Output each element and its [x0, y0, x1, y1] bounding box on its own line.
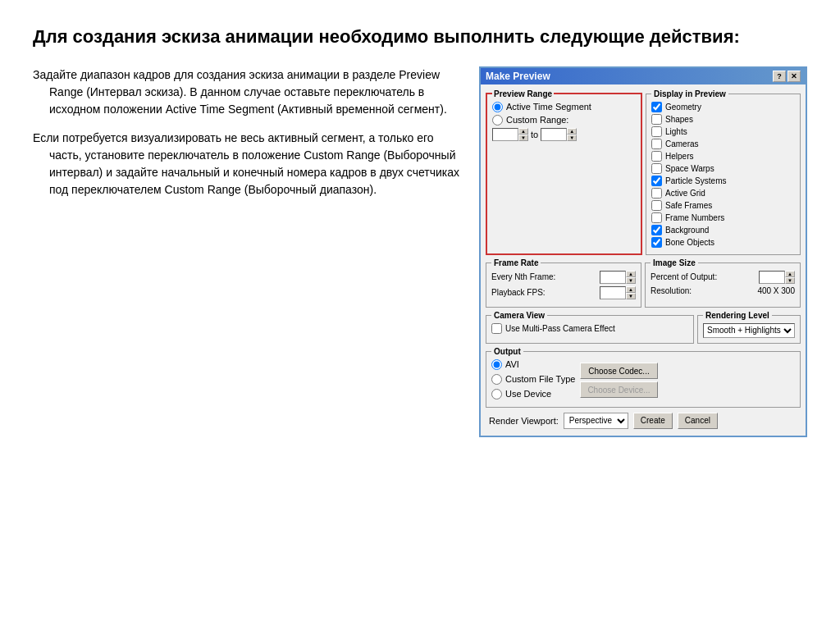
make-preview-dialog: Make Preview ? ✕ Preview Range Active Ti… [479, 66, 807, 437]
active-time-segment-row: Active Time Segment [492, 102, 636, 112]
particle-systems-label: Particle Systems [665, 176, 726, 185]
frame-numbers-checkbox[interactable] [651, 212, 662, 223]
helpers-row: Helpers [651, 151, 795, 162]
geometry-row: Geometry [651, 102, 795, 112]
rendering-level-select[interactable]: Smooth + Highlights [703, 323, 795, 338]
shapes-label: Shapes [665, 115, 693, 124]
paragraph-2: Если потребуется визуализировать не весь… [33, 130, 463, 199]
lights-checkbox[interactable] [651, 126, 662, 137]
viewport-select[interactable]: Perspective [564, 413, 628, 429]
rendering-level-group: Rendering Level Smooth + Highlights [697, 311, 801, 344]
background-checkbox[interactable] [651, 225, 662, 235]
to-label: to [531, 130, 538, 139]
image-size-legend: Image Size [651, 258, 698, 267]
safe-frames-row: Safe Frames [651, 200, 795, 211]
image-size-group: Image Size Percent of Output: 50 ▲ ▼ Res… [645, 258, 801, 308]
range-to-input[interactable]: 100 [541, 128, 567, 141]
display-in-preview-group: Display in Preview Geometry Shapes Light… [646, 89, 801, 255]
custom-range-radio[interactable] [492, 115, 503, 126]
text-area: Задайте диапазон кадров для создания эск… [33, 66, 463, 210]
every-nth-row: Every Nth Frame: 1 ▲ ▼ [491, 271, 636, 284]
close-button[interactable]: ✕ [788, 71, 801, 82]
geometry-checkbox[interactable] [651, 102, 662, 112]
range-from-input[interactable]: 0 [492, 128, 518, 141]
camera-view-legend: Camera View [491, 311, 547, 320]
cameras-checkbox[interactable] [651, 139, 662, 149]
display-in-preview-legend: Display in Preview [651, 89, 728, 98]
help-button[interactable]: ? [773, 71, 786, 82]
cameras-label: Cameras [665, 139, 699, 148]
resolution-value: 400 X 300 [757, 286, 795, 295]
use-device-radio[interactable] [491, 389, 502, 399]
custom-file-row: Custom File Type [491, 374, 575, 385]
bottom-row: Render Viewport: Perspective Create Canc… [486, 411, 801, 431]
range-to-spinner: 100 ▲ ▼ [541, 128, 577, 141]
space-warps-checkbox[interactable] [651, 163, 662, 174]
bone-objects-checkbox[interactable] [651, 237, 662, 248]
camera-view-group: Camera View Use Multi-Pass Camera Effect [486, 311, 694, 344]
space-warps-row: Space Warps [651, 163, 795, 174]
custom-range-row: Custom Range: [492, 115, 636, 126]
every-nth-down[interactable]: ▼ [626, 277, 636, 284]
active-time-segment-label: Active Time Segment [506, 102, 591, 112]
resolution-label: Resolution: [651, 286, 692, 295]
safe-frames-checkbox[interactable] [651, 200, 662, 211]
cameras-row: Cameras [651, 139, 795, 149]
shapes-checkbox[interactable] [651, 114, 662, 125]
avi-radio[interactable] [491, 359, 502, 370]
range-to-down[interactable]: ▼ [567, 135, 577, 141]
range-from-down[interactable]: ▼ [518, 135, 528, 141]
percent-up[interactable]: ▲ [785, 271, 795, 277]
space-warps-label: Space Warps [665, 164, 714, 173]
percent-input[interactable]: 50 [759, 271, 785, 284]
preview-range-legend: Preview Range [492, 89, 554, 98]
playback-fps-down[interactable]: ▼ [626, 293, 636, 299]
choose-device-button[interactable]: Choose Device... [580, 381, 657, 398]
multi-pass-row: Use Multi-Pass Camera Effect [491, 323, 688, 334]
use-device-label: Use Device [505, 389, 551, 399]
range-inputs: 0 ▲ ▼ to 100 ▲ ▼ [492, 128, 636, 141]
frame-numbers-label: Frame Numbers [665, 213, 724, 222]
multi-pass-checkbox[interactable] [491, 323, 502, 334]
particle-systems-checkbox[interactable] [651, 176, 662, 186]
percent-spinner: 50 ▲ ▼ [759, 271, 795, 284]
every-nth-label: Every Nth Frame: [491, 272, 555, 281]
paragraph-1: Задайте диапазон кадров для создания эск… [33, 66, 463, 118]
helpers-checkbox[interactable] [651, 151, 662, 162]
safe-frames-label: Safe Frames [665, 201, 712, 210]
page-heading: Для создания эскиза анимации необходимо … [33, 25, 807, 50]
custom-file-radio[interactable] [491, 374, 502, 385]
playback-fps-input[interactable]: 30 [600, 286, 626, 299]
output-legend: Output [491, 347, 523, 356]
geometry-label: Geometry [665, 103, 701, 112]
every-nth-input[interactable]: 1 [600, 271, 626, 284]
lights-label: Lights [665, 127, 687, 136]
lights-row: Lights [651, 126, 795, 137]
choose-codec-button[interactable]: Choose Codec... [580, 363, 657, 379]
range-from-up[interactable]: ▲ [518, 128, 528, 135]
shapes-row: Shapes [651, 114, 795, 125]
particle-systems-row: Particle Systems [651, 176, 795, 186]
avi-label: AVI [505, 359, 519, 369]
custom-range-label: Custom Range: [506, 115, 568, 125]
preview-range-group: Preview Range Active Time Segment Custom… [486, 89, 642, 255]
active-grid-checkbox[interactable] [651, 188, 662, 199]
bone-objects-row: Bone Objects [651, 237, 795, 248]
playback-fps-spinner: 30 ▲ ▼ [600, 286, 636, 299]
playback-fps-up[interactable]: ▲ [626, 286, 636, 293]
cancel-button[interactable]: Cancel [678, 413, 718, 429]
titlebar-buttons: ? ✕ [773, 71, 801, 82]
create-button[interactable]: Create [633, 413, 673, 429]
every-nth-up[interactable]: ▲ [626, 271, 636, 277]
active-time-segment-radio[interactable] [492, 102, 503, 112]
percent-row: Percent of Output: 50 ▲ ▼ [651, 271, 795, 284]
multi-pass-label: Use Multi-Pass Camera Effect [505, 324, 615, 333]
range-from-spinner: 0 ▲ ▼ [492, 128, 528, 141]
playback-fps-label: Playback FPS: [491, 288, 546, 297]
range-to-up[interactable]: ▲ [567, 128, 577, 135]
frame-rate-legend: Frame Rate [491, 258, 541, 267]
percent-down[interactable]: ▼ [785, 277, 795, 284]
output-group: Output AVI Custom File Type [486, 347, 801, 408]
background-label: Background [665, 226, 709, 235]
rendering-level-legend: Rendering Level [703, 311, 772, 320]
